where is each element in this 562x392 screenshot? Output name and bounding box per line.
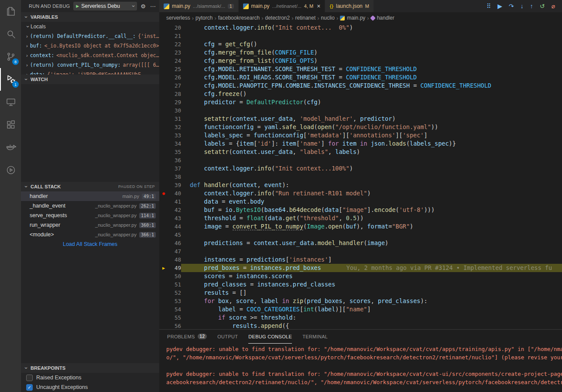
checkbox[interactable] (26, 375, 33, 381)
code-line-45[interactable]: 45 (159, 231, 562, 239)
variables-section-header[interactable]: › VARIABLES (21, 12, 159, 22)
gutter-cell[interactable] (159, 206, 168, 214)
code-editor[interactable]: 20 context.logger.info("Init context... … (159, 24, 562, 329)
current-line-arrow-icon[interactable]: ▶ (159, 264, 168, 272)
disconnect-icon[interactable]: ⌀ (552, 3, 555, 10)
code-line-46[interactable]: 46 predictions = context.user_data.model… (159, 239, 562, 247)
gear-icon[interactable]: ⚙ (140, 3, 146, 10)
breadcrumb-item-nuclio[interactable]: nuclio (321, 15, 335, 21)
variable-row[interactable]: ›buf:<_io.BytesIO object at 0x7f5a2dc1ec… (21, 41, 159, 51)
code-line-38[interactable]: 38 (159, 173, 562, 181)
gutter-cell[interactable] (159, 24, 168, 32)
breakpoint-row[interactable]: ✓Uncaught Exceptions (21, 382, 159, 392)
gutter-cell[interactable] (159, 131, 168, 140)
gutter-cell[interactable] (159, 256, 168, 264)
debug-console-output[interactable]: pydev debugger: unable to find translati… (159, 344, 562, 386)
breadcrumb-item-handler[interactable]: handler (371, 15, 394, 21)
source-control-icon[interactable]: 8 (0, 45, 21, 68)
code-line-20[interactable]: 20 context.logger.info("Init context... … (159, 24, 562, 32)
scope-locals[interactable]: › Locals (21, 22, 159, 31)
gutter-cell[interactable] (159, 314, 168, 322)
gutter-cell[interactable] (159, 297, 168, 305)
close-icon[interactable]: × (317, 3, 320, 10)
gutter-cell[interactable] (159, 198, 168, 206)
explorer-icon[interactable] (0, 0, 21, 23)
continue-icon[interactable]: ▶ (497, 3, 502, 10)
gutter-cell[interactable] (159, 57, 168, 65)
gutter-cell[interactable] (159, 222, 168, 231)
code-line-23[interactable]: 23 cfg.merge_from_file(CONFIG_FILE) (159, 48, 562, 57)
code-line-27[interactable]: 27 cfg.MODEL.PANOPTIC_FPN.COMBINE.INSTAN… (159, 82, 562, 90)
debug-config-dropdown[interactable]: ▶ Serverless Debu › (73, 2, 137, 10)
run-and-debug-icon[interactable]: 1 (0, 68, 21, 91)
gutter-cell[interactable] (159, 305, 168, 314)
gutter-cell[interactable] (159, 90, 168, 98)
watch-section-header[interactable]: › WATCH (21, 75, 159, 84)
gutter-cell[interactable] (159, 173, 168, 181)
code-line-42[interactable]: 42 buf = io.BytesIO(base64.b64decode(dat… (159, 206, 562, 214)
remote-explorer-icon[interactable] (0, 91, 21, 113)
gutter-cell[interactable] (159, 65, 168, 73)
variable-row[interactable]: ›(return) convert_PIL_to_numpy:array([[[… (21, 60, 159, 70)
breadcrumb-item-serverless[interactable]: serverless (166, 15, 190, 21)
code-line-44[interactable]: 44 image = convert_PIL_to_numpy(Image.op… (159, 222, 562, 231)
gutter-cell[interactable] (159, 322, 168, 329)
code-line-51[interactable]: 51 pred_classes = instances.pred_classes (159, 280, 562, 289)
panel-tab-debug-console[interactable]: DEBUG CONSOLE (248, 330, 292, 344)
code-line-22[interactable]: 22 cfg = get_cfg() (159, 40, 562, 48)
breadcrumb-item-facebookresearch[interactable]: facebookresearch (218, 15, 260, 21)
code-line-47[interactable]: 47 (159, 247, 562, 256)
code-line-34[interactable]: 34 labels = {item['id']: item['name'] fo… (159, 140, 562, 148)
step-into-icon[interactable]: ↓ (521, 3, 524, 10)
variable-row[interactable]: ›data:{'image': 'iVBORw0KGgoAAAANSUhE… (21, 70, 159, 75)
breakpoint-icon[interactable]: ● (159, 189, 168, 198)
code-line-48[interactable]: 48 instances = predictions['instances'] (159, 256, 562, 264)
gutter-cell[interactable] (159, 32, 168, 40)
breadcrumb-item-detectron2[interactable]: detectron2 (265, 15, 290, 21)
code-line-43[interactable]: 43 threshold = float(data.get("threshold… (159, 214, 562, 222)
stack-frame-row[interactable]: handlermain.py49:1 (21, 191, 159, 201)
breadcrumb-item-main.py[interactable]: main.py (340, 15, 365, 21)
variable-row[interactable]: ›context:<nuclio_sdk.context.Context obj… (21, 51, 159, 60)
gutter-cell[interactable] (159, 289, 168, 297)
code-line-41[interactable]: 41 data = event.body (159, 198, 562, 206)
variable-row[interactable]: ›(return) DefaultPredictor.__call__:{'in… (21, 31, 159, 41)
code-line-35[interactable]: 35 setattr(context.user_data, "labels", … (159, 148, 562, 156)
checkbox[interactable]: ✓ (26, 384, 33, 391)
panel-tab-terminal[interactable]: TERMINAL (302, 330, 328, 344)
code-line-33[interactable]: 33 labels_spec = functionconfig['metadat… (159, 131, 562, 140)
gutter-cell[interactable] (159, 48, 168, 57)
gutter-cell[interactable] (159, 115, 168, 123)
editor-tab-2-launch.json[interactable]: {}launch.jsonM (325, 0, 374, 12)
code-line-26[interactable]: 26 cfg.MODEL.ROI_HEADS.SCORE_THRESH_TEST… (159, 73, 562, 82)
code-line-24[interactable]: 24 cfg.merge_from_list(CONFIG_OPTS) (159, 57, 562, 65)
gutter-cell[interactable] (159, 140, 168, 148)
gutter-cell[interactable] (159, 82, 168, 90)
gutter-cell[interactable] (159, 123, 168, 131)
gutter-cell[interactable] (159, 98, 168, 106)
drag-grip-icon[interactable]: ⠿ (487, 3, 491, 10)
code-line-29[interactable]: 29 predictor = DefaultPredictor(cfg) (159, 98, 562, 106)
gutter-cell[interactable] (159, 164, 168, 173)
gutter-cell[interactable] (159, 214, 168, 222)
gutter-cell[interactable] (159, 231, 168, 239)
gutter-cell[interactable] (159, 148, 168, 156)
code-line-56[interactable]: 56 results.append({ (159, 322, 562, 329)
editor-tab-0-main.py[interactable]: main.py.../siammask/...1 (159, 0, 239, 12)
code-line-55[interactable]: 55 if score >= threshold: (159, 314, 562, 322)
more-actions-icon[interactable]: ⋯ (150, 3, 156, 10)
stack-frame-row[interactable]: _handle_event_nuclio_wrapper.py262:1 (21, 201, 159, 211)
editor-tab-1-main.py[interactable]: main.py.../retinanet/...4, M× (239, 0, 326, 12)
code-line-37[interactable]: 37 context.logger.info("Init context...1… (159, 164, 562, 173)
breadcrumb-item-pytorch[interactable]: pytorch (195, 15, 212, 21)
gutter-cell[interactable] (159, 280, 168, 289)
stack-frame-row[interactable]: serve_requests_nuclio_wrapper.py114:1 (21, 211, 159, 220)
code-line-28[interactable]: 28 cfg.freeze() (159, 90, 562, 98)
gutter-cell[interactable] (159, 73, 168, 82)
stack-frame-row[interactable]: <module>_nuclio_wrapper.py366:1 (21, 230, 159, 239)
breakpoints-section-header[interactable]: › BREAKPOINTS (21, 363, 159, 373)
load-all-stack-frames-link[interactable]: Load All Stack Frames (21, 239, 159, 249)
gutter-cell[interactable] (159, 181, 168, 189)
code-line-36[interactable]: 36 (159, 156, 562, 164)
code-line-25[interactable]: 25 cfg.MODEL.RETINANET.SCORE_THRESH_TEST… (159, 65, 562, 73)
